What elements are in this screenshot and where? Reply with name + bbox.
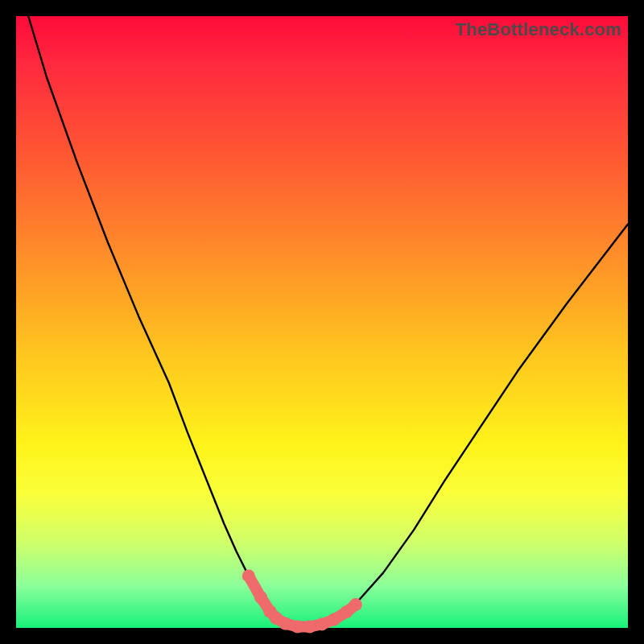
- optimal-region-dot: [242, 569, 255, 582]
- watermark-text: TheBottleneck.com: [456, 19, 621, 40]
- optimal-region-highlight: [242, 569, 362, 633]
- optimal-region-dot: [349, 598, 362, 611]
- optimal-region-dot: [254, 591, 267, 604]
- optimal-region-dot: [328, 613, 341, 625]
- bottleneck-curve-path: [28, 16, 628, 627]
- chart-frame: TheBottleneck.com: [16, 16, 628, 628]
- bottleneck-curve: [28, 16, 628, 627]
- optimal-region-dot: [279, 617, 291, 630]
- chart-svg: [16, 16, 628, 628]
- optimal-region-dot: [291, 621, 304, 634]
- optimal-region-dot: [303, 621, 316, 634]
- optimal-region-dot: [316, 617, 328, 630]
